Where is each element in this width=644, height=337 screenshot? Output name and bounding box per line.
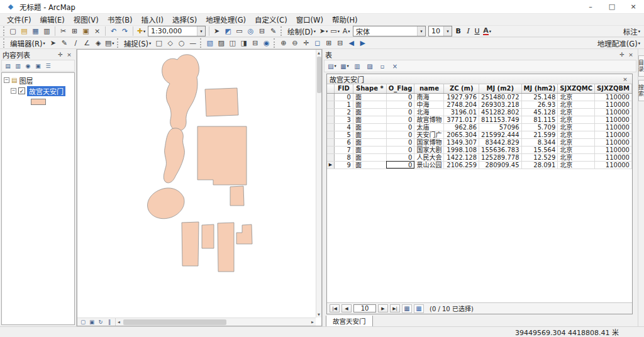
zoom-in-icon[interactable]: ⊕ — [278, 38, 289, 48]
cell[interactable]: 83442.829 — [479, 138, 521, 146]
map-canvas[interactable] — [77, 50, 316, 318]
cell[interactable]: 25.148 — [521, 93, 558, 101]
paste-icon[interactable]: ▣ — [80, 26, 91, 36]
cell[interactable]: 面 — [353, 161, 386, 168]
cell[interactable]: 110000 — [595, 108, 632, 116]
scroll-up-icon[interactable]: ▲ — [316, 50, 322, 56]
cell[interactable]: 北海 — [414, 108, 444, 116]
polygon-zhonghai[interactable] — [164, 128, 184, 183]
cell[interactable]: 1 — [334, 101, 353, 108]
list-by-source-icon[interactable]: ▥ — [13, 62, 23, 70]
open-folder-icon[interactable]: ▤ — [19, 26, 30, 36]
undo-icon[interactable]: ↶ — [108, 26, 119, 36]
chevron-down-icon[interactable]: ▾ — [417, 26, 425, 36]
add-data-icon[interactable]: ✚▾ — [136, 26, 147, 36]
cell[interactable]: 面 — [353, 123, 386, 131]
column-header[interactable]: name — [414, 84, 444, 93]
column-header[interactable]: SJXZQBM — [595, 84, 632, 93]
show-all-records-icon[interactable]: ▦ — [402, 304, 412, 313]
table-options-icon[interactable]: ▤▾ — [326, 61, 338, 71]
chevron-down-icon[interactable]: ▾ — [197, 26, 205, 36]
clear-selection-icon[interactable]: ▫ — [377, 61, 388, 71]
column-header[interactable]: ZC (m) — [444, 84, 479, 93]
split-tool-icon[interactable]: ◫ — [227, 38, 238, 48]
cell[interactable]: 110000 — [595, 123, 632, 131]
row-selector[interactable] — [327, 93, 334, 101]
point-snapping-icon[interactable]: □ — [153, 38, 164, 48]
clip-tool-icon[interactable]: ⊟ — [250, 38, 260, 48]
layout-view-icon[interactable]: ▣ — [87, 318, 96, 326]
cell[interactable]: 125289.778 — [479, 153, 521, 161]
polygon-gugong[interactable] — [197, 126, 247, 185]
cell[interactable]: 21.599 — [521, 131, 558, 138]
editor-pencil-icon[interactable]: ✎ — [268, 26, 279, 36]
record-number-input[interactable]: 10 — [353, 304, 376, 312]
cell[interactable]: 9 — [334, 161, 353, 168]
cell[interactable]: 451282.802 — [479, 108, 521, 116]
collapse-icon[interactable]: − — [11, 88, 16, 94]
toolbar-grip[interactable] — [274, 38, 276, 48]
cell[interactable]: 110000 — [595, 131, 632, 138]
catalog-vtab[interactable]: 目录 — [638, 55, 644, 77]
georeferencing-menu-button[interactable]: 地理配准(G)▾ — [595, 38, 643, 48]
data-view-icon[interactable]: ▢ — [79, 318, 87, 326]
list-by-selection-icon[interactable]: ▣ — [33, 62, 43, 70]
list-by-visibility-icon[interactable]: ◉ — [23, 62, 33, 70]
cell[interactable]: 1422.128 — [444, 153, 479, 161]
cell[interactable]: 景山公园 — [414, 161, 444, 168]
layer-name[interactable]: 故宫天安门 — [27, 86, 65, 96]
menu-item[interactable]: 文件(F) — [3, 14, 36, 25]
cell[interactable]: 1349.307 — [444, 138, 479, 146]
menu-item[interactable]: 插入(I) — [137, 14, 168, 25]
cell[interactable]: 3771.017 — [444, 116, 479, 123]
underline-button[interactable]: U — [472, 26, 482, 36]
cell[interactable]: 811153.749 — [479, 116, 521, 123]
cell[interactable]: 15.564 — [521, 146, 558, 153]
cell[interactable]: 面 — [353, 93, 386, 101]
cell[interactable]: 人民大会 — [414, 153, 444, 161]
cell[interactable]: 0 — [386, 146, 414, 153]
cell[interactable]: 北京 — [558, 101, 595, 108]
cell[interactable]: 北京 — [558, 116, 595, 123]
pause-drawing-icon[interactable]: ‖ — [105, 318, 114, 326]
cell[interactable]: 北京 — [558, 146, 595, 153]
cell[interactable]: 110000 — [595, 146, 632, 153]
cell[interactable]: 面 — [353, 108, 386, 116]
full-extent-icon[interactable]: ◻ — [312, 38, 323, 48]
cell[interactable]: 0 — [334, 93, 353, 101]
switch-selection-icon[interactable]: ▨ — [364, 61, 375, 71]
column-header[interactable]: Shape * — [353, 84, 386, 93]
layers-group-item[interactable]: − ▤ 图层 — [2, 75, 74, 86]
cell[interactable]: 1927.976 — [444, 93, 479, 101]
sketch-menu-icon[interactable]: ▤▾ — [104, 38, 115, 48]
draw-menu-button[interactable]: 绘制(D)▾ — [285, 26, 318, 36]
straight-segment-icon[interactable]: ∕ — [70, 38, 81, 48]
cell[interactable]: 110000 — [595, 93, 632, 101]
map-horizontal-scrollbar[interactable] — [122, 318, 309, 326]
map-view[interactable]: ▲ ▼ ▢▣↻‖ ◀ ▶ — [77, 49, 322, 326]
menu-item[interactable]: 编辑(E) — [36, 14, 69, 25]
go-back-extent-icon[interactable]: ◀ — [346, 38, 357, 48]
scroll-left-icon[interactable]: ◀ — [116, 318, 122, 326]
polygon-tiananmen-guangchang[interactable] — [218, 223, 234, 272]
snapping-menu-button[interactable]: 捕捉(S)▾ — [121, 38, 154, 48]
pin-icon[interactable]: ✛ — [56, 50, 65, 58]
layer-symbol-swatch[interactable] — [31, 99, 46, 105]
cell[interactable]: 0 — [386, 108, 414, 116]
cell[interactable]: 北京 — [558, 108, 595, 116]
vertex-tool-icon[interactable]: ◈ — [93, 38, 104, 48]
cell[interactable]: 12.529 — [521, 153, 558, 161]
cell[interactable]: 3196.01 — [444, 108, 479, 116]
cell[interactable]: 北京 — [558, 153, 595, 161]
maximize-button[interactable]: □ — [601, 0, 623, 13]
shape-tool-icon[interactable]: ▭▾ — [330, 26, 340, 36]
bold-button[interactable]: B — [453, 26, 463, 36]
pin-icon[interactable]: ✛ — [618, 50, 626, 58]
close-table-icon[interactable]: × — [389, 61, 401, 71]
scroll-right-icon[interactable]: ▶ — [309, 318, 316, 326]
cell[interactable]: 面 — [353, 153, 386, 161]
cell[interactable]: 28.091 — [521, 161, 558, 168]
fixed-zoom-out-icon[interactable]: ⊟ — [335, 38, 345, 48]
close-button[interactable]: × — [623, 0, 644, 13]
collapse-icon[interactable]: − — [4, 77, 9, 83]
